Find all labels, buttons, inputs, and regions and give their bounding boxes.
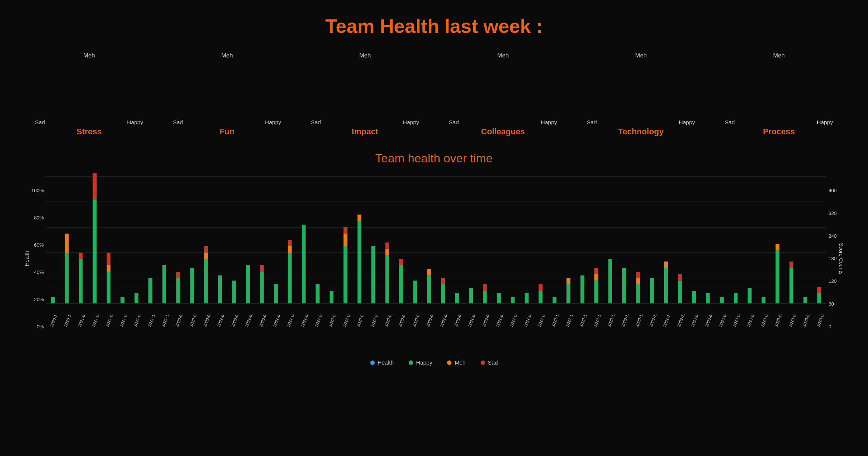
legend-dot xyxy=(370,360,375,365)
x-labels-wrap: 2020-10-132020-11-192021-01-192021-03-29… xyxy=(46,315,826,344)
gauge-svg-4 xyxy=(587,60,695,118)
gauge-name-label: Process xyxy=(763,127,795,137)
x-label: 2022-06-30 xyxy=(537,315,548,328)
gauge-svg-3 xyxy=(449,60,557,118)
bar-happy xyxy=(678,281,682,303)
x-label: 2022-04-22 xyxy=(300,315,312,328)
gauge-top-label-0: Meh xyxy=(83,52,95,59)
y-right-label: 240 xyxy=(828,233,837,239)
bar-happy xyxy=(386,255,389,303)
bar-happy xyxy=(553,297,556,303)
bar-happy xyxy=(497,293,501,303)
x-label: 2021-09-13 xyxy=(133,315,145,328)
bar-happy xyxy=(371,246,375,303)
legend-dot xyxy=(481,360,485,365)
gauge-sad-label: Sad xyxy=(35,119,45,125)
bar-happy xyxy=(692,291,696,303)
gauge-side-labels-0: SadHappy xyxy=(35,119,143,125)
y-axis-left: 100%80%60%40%20%0% xyxy=(31,188,46,329)
bar-happy xyxy=(483,291,487,303)
x-label: 2023-01-27 xyxy=(704,315,716,328)
y-right-label: 60 xyxy=(828,301,834,307)
x-label: 2023-03-01 xyxy=(718,315,730,328)
bar-sad xyxy=(483,284,487,291)
x-label: 2023-03-29 xyxy=(816,315,826,328)
bar-sad xyxy=(636,272,640,278)
bar-happy xyxy=(817,293,821,303)
gauge-bottom-cover xyxy=(173,116,281,118)
legend-label: Health xyxy=(378,359,394,366)
x-label: 2021-10-27 xyxy=(147,315,158,328)
bar-sad xyxy=(107,253,110,265)
bar-happy xyxy=(176,278,180,303)
y-right-label: 180 xyxy=(828,256,837,261)
bar-happy xyxy=(148,278,152,303)
bar-sad xyxy=(93,173,97,199)
x-label: 2022-08-30 xyxy=(453,315,465,328)
gauge-happy-label: Happy xyxy=(127,119,143,125)
gauge-bottom-cover xyxy=(311,116,419,118)
gauge-impact: MehSadHappyImpact xyxy=(304,52,427,137)
y-left-label: 20% xyxy=(34,297,44,302)
x-label: 2022-06-17 xyxy=(356,315,368,328)
gauge-svg-1 xyxy=(173,60,281,118)
x-axis-labels: 2020-10-132020-11-192021-01-192021-03-29… xyxy=(46,315,826,344)
gauge-top-label-5: Meh xyxy=(773,52,784,59)
bar-happy xyxy=(218,275,222,303)
y-left-label: 60% xyxy=(34,242,44,248)
x-label: 2022-02-16 xyxy=(258,315,270,328)
x-label: 2022-08-12 xyxy=(440,315,451,328)
gauge-bottom-cover xyxy=(725,116,833,118)
chart-area: 2020-10-132020-11-192021-01-192021-03-29… xyxy=(46,173,826,344)
bar-happy xyxy=(288,253,292,303)
x-label: 2021-05-07 xyxy=(105,315,117,328)
x-label: 2022-09-14 xyxy=(468,315,479,328)
bar-happy xyxy=(762,297,765,303)
gauge-top-label-2: Meh xyxy=(359,52,371,59)
bar-happy xyxy=(455,293,459,303)
x-label: 2022-09-19 xyxy=(481,315,493,328)
gauge-happy-label: Happy xyxy=(265,119,281,125)
y-left-label: 80% xyxy=(34,215,44,221)
bar-happy xyxy=(260,272,264,303)
bar-happy xyxy=(706,293,710,303)
x-label: 2022-02-01 xyxy=(217,315,228,328)
gauge-svg-wrapper-0 xyxy=(35,60,143,118)
bar-happy xyxy=(344,246,347,303)
gauge-colleagues: MehSadHappyColleagues xyxy=(441,52,564,137)
y-right-label: 320 xyxy=(828,210,837,216)
bar-happy xyxy=(413,281,417,303)
bar-happy xyxy=(567,284,570,303)
legend-label: Sad xyxy=(488,359,498,366)
gauge-side-labels-5: SadHappy xyxy=(725,119,833,125)
x-label: 2022-01-06 xyxy=(175,315,186,328)
bar-happy xyxy=(51,297,55,303)
gauge-technology: MehSadHappyTechnology xyxy=(579,52,702,137)
bar-happy xyxy=(427,275,431,303)
gauge-top-label-4: Meh xyxy=(635,52,647,59)
bar-sad xyxy=(594,268,598,274)
x-label: 2022-07-18 xyxy=(425,315,437,328)
chart-section: Team health over time Health 100%80%60%4… xyxy=(0,144,868,352)
gauge-inner-circle xyxy=(341,92,389,118)
bar-happy xyxy=(594,281,598,303)
gauge-name-label: Fun xyxy=(220,127,235,137)
bar-meh xyxy=(776,244,779,250)
gauge-svg-wrapper-1 xyxy=(173,60,281,118)
bar-sad xyxy=(441,278,445,284)
x-label: 2023-03-10 xyxy=(732,315,744,328)
gauge-sad-label: Sad xyxy=(173,119,183,125)
gauge-svg-wrapper-2 xyxy=(311,60,419,118)
x-label: 2022-11-07 xyxy=(565,315,576,328)
legend-item-happy: Happy xyxy=(409,359,432,366)
gauge-sad-label: Sad xyxy=(311,119,321,125)
x-label: 2022-12-02 xyxy=(607,315,618,328)
bar-happy xyxy=(246,265,250,303)
x-label: 2021-03-29 xyxy=(91,315,103,328)
gauge-inner-circle xyxy=(479,92,527,118)
bar-happy xyxy=(135,293,138,303)
bar-happy xyxy=(190,268,194,303)
bar-happy xyxy=(539,291,542,303)
bar-meh xyxy=(427,269,431,275)
bar-chart xyxy=(46,173,826,315)
